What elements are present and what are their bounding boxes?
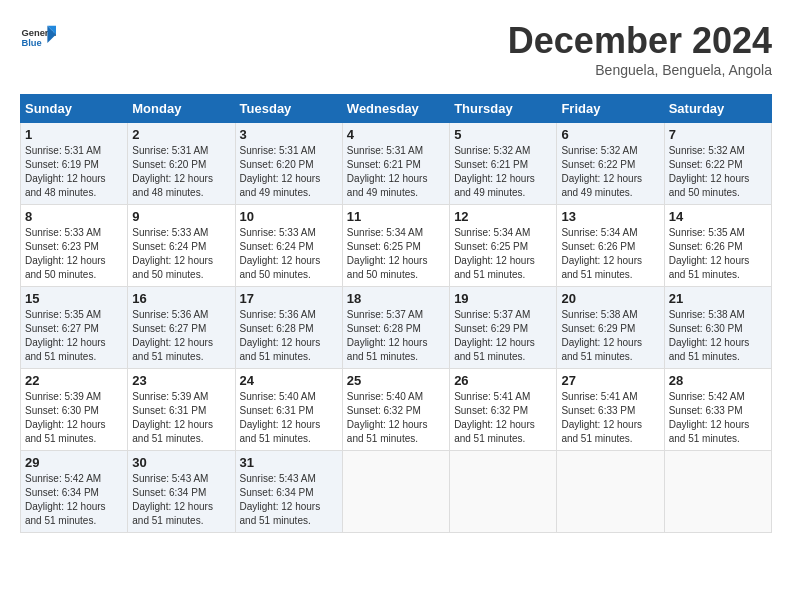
day-number: 13 — [561, 209, 659, 224]
day-info: Sunrise: 5:31 AMSunset: 6:19 PMDaylight:… — [25, 145, 106, 198]
day-cell: 9Sunrise: 5:33 AMSunset: 6:24 PMDaylight… — [128, 205, 235, 287]
subtitle: Benguela, Benguela, Angola — [508, 62, 772, 78]
col-header-thursday: Thursday — [450, 95, 557, 123]
day-info: Sunrise: 5:35 AMSunset: 6:27 PMDaylight:… — [25, 309, 106, 362]
month-title: December 2024 — [508, 20, 772, 62]
day-cell: 2Sunrise: 5:31 AMSunset: 6:20 PMDaylight… — [128, 123, 235, 205]
day-info: Sunrise: 5:31 AMSunset: 6:20 PMDaylight:… — [240, 145, 321, 198]
day-info: Sunrise: 5:34 AMSunset: 6:25 PMDaylight:… — [454, 227, 535, 280]
day-cell: 31Sunrise: 5:43 AMSunset: 6:34 PMDayligh… — [235, 451, 342, 533]
col-header-saturday: Saturday — [664, 95, 771, 123]
day-number: 30 — [132, 455, 230, 470]
day-cell: 26Sunrise: 5:41 AMSunset: 6:32 PMDayligh… — [450, 369, 557, 451]
day-cell: 24Sunrise: 5:40 AMSunset: 6:31 PMDayligh… — [235, 369, 342, 451]
header-row: SundayMondayTuesdayWednesdayThursdayFrid… — [21, 95, 772, 123]
day-info: Sunrise: 5:39 AMSunset: 6:30 PMDaylight:… — [25, 391, 106, 444]
day-info: Sunrise: 5:32 AMSunset: 6:22 PMDaylight:… — [561, 145, 642, 198]
day-number: 3 — [240, 127, 338, 142]
week-row-4: 22Sunrise: 5:39 AMSunset: 6:30 PMDayligh… — [21, 369, 772, 451]
day-info: Sunrise: 5:36 AMSunset: 6:28 PMDaylight:… — [240, 309, 321, 362]
day-cell: 1Sunrise: 5:31 AMSunset: 6:19 PMDaylight… — [21, 123, 128, 205]
day-cell: 21Sunrise: 5:38 AMSunset: 6:30 PMDayligh… — [664, 287, 771, 369]
day-number: 23 — [132, 373, 230, 388]
day-number: 25 — [347, 373, 445, 388]
day-number: 29 — [25, 455, 123, 470]
day-info: Sunrise: 5:40 AMSunset: 6:31 PMDaylight:… — [240, 391, 321, 444]
title-area: December 2024 Benguela, Benguela, Angola — [508, 20, 772, 78]
day-number: 7 — [669, 127, 767, 142]
day-number: 24 — [240, 373, 338, 388]
svg-text:Blue: Blue — [21, 38, 41, 48]
day-info: Sunrise: 5:37 AMSunset: 6:29 PMDaylight:… — [454, 309, 535, 362]
day-number: 9 — [132, 209, 230, 224]
day-number: 26 — [454, 373, 552, 388]
day-cell: 14Sunrise: 5:35 AMSunset: 6:26 PMDayligh… — [664, 205, 771, 287]
day-cell: 11Sunrise: 5:34 AMSunset: 6:25 PMDayligh… — [342, 205, 449, 287]
day-number: 15 — [25, 291, 123, 306]
page-header: General Blue December 2024 Benguela, Ben… — [20, 20, 772, 78]
day-info: Sunrise: 5:36 AMSunset: 6:27 PMDaylight:… — [132, 309, 213, 362]
col-header-wednesday: Wednesday — [342, 95, 449, 123]
col-header-friday: Friday — [557, 95, 664, 123]
day-cell: 8Sunrise: 5:33 AMSunset: 6:23 PMDaylight… — [21, 205, 128, 287]
day-cell — [450, 451, 557, 533]
day-cell: 19Sunrise: 5:37 AMSunset: 6:29 PMDayligh… — [450, 287, 557, 369]
col-header-tuesday: Tuesday — [235, 95, 342, 123]
day-cell: 22Sunrise: 5:39 AMSunset: 6:30 PMDayligh… — [21, 369, 128, 451]
week-row-3: 15Sunrise: 5:35 AMSunset: 6:27 PMDayligh… — [21, 287, 772, 369]
day-info: Sunrise: 5:37 AMSunset: 6:28 PMDaylight:… — [347, 309, 428, 362]
day-info: Sunrise: 5:42 AMSunset: 6:33 PMDaylight:… — [669, 391, 750, 444]
day-number: 12 — [454, 209, 552, 224]
day-cell: 28Sunrise: 5:42 AMSunset: 6:33 PMDayligh… — [664, 369, 771, 451]
day-number: 21 — [669, 291, 767, 306]
day-info: Sunrise: 5:40 AMSunset: 6:32 PMDaylight:… — [347, 391, 428, 444]
day-info: Sunrise: 5:35 AMSunset: 6:26 PMDaylight:… — [669, 227, 750, 280]
week-row-5: 29Sunrise: 5:42 AMSunset: 6:34 PMDayligh… — [21, 451, 772, 533]
day-cell: 17Sunrise: 5:36 AMSunset: 6:28 PMDayligh… — [235, 287, 342, 369]
day-cell: 12Sunrise: 5:34 AMSunset: 6:25 PMDayligh… — [450, 205, 557, 287]
day-number: 10 — [240, 209, 338, 224]
day-number: 20 — [561, 291, 659, 306]
day-cell: 30Sunrise: 5:43 AMSunset: 6:34 PMDayligh… — [128, 451, 235, 533]
week-row-1: 1Sunrise: 5:31 AMSunset: 6:19 PMDaylight… — [21, 123, 772, 205]
day-info: Sunrise: 5:41 AMSunset: 6:33 PMDaylight:… — [561, 391, 642, 444]
day-info: Sunrise: 5:38 AMSunset: 6:30 PMDaylight:… — [669, 309, 750, 362]
day-info: Sunrise: 5:33 AMSunset: 6:24 PMDaylight:… — [240, 227, 321, 280]
day-info: Sunrise: 5:43 AMSunset: 6:34 PMDaylight:… — [132, 473, 213, 526]
calendar-table: SundayMondayTuesdayWednesdayThursdayFrid… — [20, 94, 772, 533]
day-number: 14 — [669, 209, 767, 224]
day-number: 8 — [25, 209, 123, 224]
day-cell: 3Sunrise: 5:31 AMSunset: 6:20 PMDaylight… — [235, 123, 342, 205]
day-number: 6 — [561, 127, 659, 142]
day-cell: 4Sunrise: 5:31 AMSunset: 6:21 PMDaylight… — [342, 123, 449, 205]
day-info: Sunrise: 5:31 AMSunset: 6:20 PMDaylight:… — [132, 145, 213, 198]
day-cell: 25Sunrise: 5:40 AMSunset: 6:32 PMDayligh… — [342, 369, 449, 451]
day-number: 18 — [347, 291, 445, 306]
day-info: Sunrise: 5:33 AMSunset: 6:23 PMDaylight:… — [25, 227, 106, 280]
week-row-2: 8Sunrise: 5:33 AMSunset: 6:23 PMDaylight… — [21, 205, 772, 287]
day-info: Sunrise: 5:34 AMSunset: 6:26 PMDaylight:… — [561, 227, 642, 280]
logo-icon: General Blue — [20, 20, 56, 56]
day-number: 1 — [25, 127, 123, 142]
day-number: 28 — [669, 373, 767, 388]
day-cell: 27Sunrise: 5:41 AMSunset: 6:33 PMDayligh… — [557, 369, 664, 451]
day-info: Sunrise: 5:42 AMSunset: 6:34 PMDaylight:… — [25, 473, 106, 526]
day-info: Sunrise: 5:43 AMSunset: 6:34 PMDaylight:… — [240, 473, 321, 526]
day-cell: 23Sunrise: 5:39 AMSunset: 6:31 PMDayligh… — [128, 369, 235, 451]
day-cell: 20Sunrise: 5:38 AMSunset: 6:29 PMDayligh… — [557, 287, 664, 369]
day-info: Sunrise: 5:38 AMSunset: 6:29 PMDaylight:… — [561, 309, 642, 362]
day-number: 5 — [454, 127, 552, 142]
col-header-monday: Monday — [128, 95, 235, 123]
day-number: 16 — [132, 291, 230, 306]
day-number: 17 — [240, 291, 338, 306]
day-number: 22 — [25, 373, 123, 388]
day-info: Sunrise: 5:31 AMSunset: 6:21 PMDaylight:… — [347, 145, 428, 198]
day-cell: 29Sunrise: 5:42 AMSunset: 6:34 PMDayligh… — [21, 451, 128, 533]
day-cell: 6Sunrise: 5:32 AMSunset: 6:22 PMDaylight… — [557, 123, 664, 205]
day-info: Sunrise: 5:41 AMSunset: 6:32 PMDaylight:… — [454, 391, 535, 444]
day-number: 2 — [132, 127, 230, 142]
day-cell: 15Sunrise: 5:35 AMSunset: 6:27 PMDayligh… — [21, 287, 128, 369]
col-header-sunday: Sunday — [21, 95, 128, 123]
day-info: Sunrise: 5:34 AMSunset: 6:25 PMDaylight:… — [347, 227, 428, 280]
day-info: Sunrise: 5:32 AMSunset: 6:22 PMDaylight:… — [669, 145, 750, 198]
